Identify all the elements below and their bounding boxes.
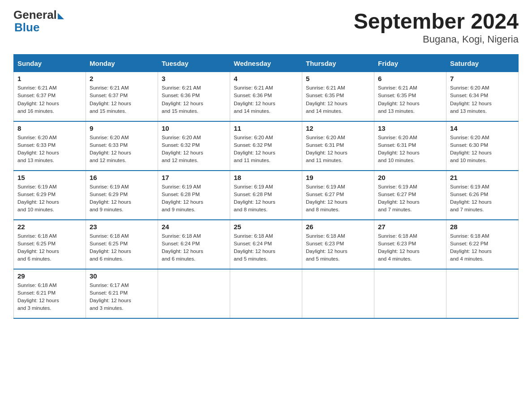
- table-row: 19Sunrise: 6:19 AMSunset: 6:27 PMDayligh…: [302, 171, 374, 220]
- day-info: Sunrise: 6:19 AMSunset: 6:26 PMDaylight:…: [450, 183, 515, 214]
- table-row: 12Sunrise: 6:20 AMSunset: 6:31 PMDayligh…: [302, 121, 374, 171]
- day-info: Sunrise: 6:18 AMSunset: 6:23 PMDaylight:…: [378, 232, 442, 263]
- day-info: Sunrise: 6:21 AMSunset: 6:37 PMDaylight:…: [90, 84, 154, 115]
- day-number: 24: [162, 223, 226, 231]
- calendar-week-row: 15Sunrise: 6:19 AMSunset: 6:29 PMDayligh…: [14, 171, 519, 220]
- table-row: [374, 269, 446, 318]
- day-number: 13: [378, 124, 442, 132]
- day-number: 27: [378, 223, 442, 231]
- logo-blue: Blue: [14, 21, 64, 34]
- day-number: 14: [450, 124, 515, 132]
- day-info: Sunrise: 6:21 AMSunset: 6:36 PMDaylight:…: [162, 84, 226, 115]
- day-info: Sunrise: 6:18 AMSunset: 6:25 PMDaylight:…: [90, 232, 154, 263]
- table-row: 26Sunrise: 6:18 AMSunset: 6:23 PMDayligh…: [302, 220, 374, 269]
- day-info: Sunrise: 6:21 AMSunset: 6:35 PMDaylight:…: [306, 84, 370, 115]
- day-info: Sunrise: 6:20 AMSunset: 6:33 PMDaylight:…: [17, 134, 82, 165]
- table-row: 23Sunrise: 6:18 AMSunset: 6:25 PMDayligh…: [86, 220, 158, 269]
- day-number: 23: [90, 223, 154, 231]
- day-number: 9: [90, 124, 154, 132]
- page-header: General Blue September 2024 Bugana, Kogi…: [13, 9, 519, 45]
- day-info: Sunrise: 6:20 AMSunset: 6:34 PMDaylight:…: [450, 84, 515, 115]
- day-number: 21: [450, 174, 515, 181]
- day-number: 25: [234, 223, 298, 231]
- table-row: 25Sunrise: 6:18 AMSunset: 6:24 PMDayligh…: [230, 220, 302, 269]
- day-number: 19: [306, 174, 370, 181]
- day-info: Sunrise: 6:18 AMSunset: 6:21 PMDaylight:…: [17, 282, 82, 313]
- table-row: [230, 269, 302, 318]
- day-number: 22: [17, 223, 82, 231]
- day-info: Sunrise: 6:18 AMSunset: 6:25 PMDaylight:…: [17, 232, 82, 263]
- table-row: 29Sunrise: 6:18 AMSunset: 6:21 PMDayligh…: [14, 269, 86, 318]
- day-info: Sunrise: 6:19 AMSunset: 6:29 PMDaylight:…: [90, 183, 154, 214]
- calendar-table: Sunday Monday Tuesday Wednesday Thursday…: [13, 54, 519, 319]
- table-row: [302, 269, 374, 318]
- col-thursday: Thursday: [302, 55, 374, 72]
- table-row: 6Sunrise: 6:21 AMSunset: 6:35 PMDaylight…: [374, 72, 446, 121]
- day-number: 18: [234, 174, 298, 181]
- day-number: 1: [17, 75, 82, 82]
- col-saturday: Saturday: [446, 55, 519, 72]
- day-number: 12: [306, 124, 370, 132]
- table-row: 18Sunrise: 6:19 AMSunset: 6:28 PMDayligh…: [230, 171, 302, 220]
- table-row: 9Sunrise: 6:20 AMSunset: 6:33 PMDaylight…: [86, 121, 158, 171]
- day-info: Sunrise: 6:18 AMSunset: 6:24 PMDaylight:…: [234, 232, 298, 263]
- day-number: 28: [450, 223, 515, 231]
- table-row: 3Sunrise: 6:21 AMSunset: 6:36 PMDaylight…: [158, 72, 230, 121]
- table-row: 21Sunrise: 6:19 AMSunset: 6:26 PMDayligh…: [446, 171, 519, 220]
- table-row: 16Sunrise: 6:19 AMSunset: 6:29 PMDayligh…: [86, 171, 158, 220]
- day-number: 20: [378, 174, 442, 181]
- table-row: 5Sunrise: 6:21 AMSunset: 6:35 PMDaylight…: [302, 72, 374, 121]
- day-info: Sunrise: 6:20 AMSunset: 6:33 PMDaylight:…: [90, 134, 154, 165]
- day-number: 17: [162, 174, 226, 181]
- title-block: September 2024 Bugana, Kogi, Nigeria: [354, 9, 519, 45]
- table-row: 4Sunrise: 6:21 AMSunset: 6:36 PMDaylight…: [230, 72, 302, 121]
- day-info: Sunrise: 6:20 AMSunset: 6:32 PMDaylight:…: [162, 134, 226, 165]
- calendar-week-row: 29Sunrise: 6:18 AMSunset: 6:21 PMDayligh…: [14, 269, 519, 318]
- day-info: Sunrise: 6:21 AMSunset: 6:37 PMDaylight:…: [17, 84, 82, 115]
- day-number: 11: [234, 124, 298, 132]
- day-info: Sunrise: 6:20 AMSunset: 6:31 PMDaylight:…: [306, 134, 370, 165]
- calendar-week-row: 1Sunrise: 6:21 AMSunset: 6:37 PMDaylight…: [14, 72, 519, 121]
- table-row: 11Sunrise: 6:20 AMSunset: 6:32 PMDayligh…: [230, 121, 302, 171]
- day-info: Sunrise: 6:21 AMSunset: 6:35 PMDaylight:…: [378, 84, 442, 115]
- table-row: 28Sunrise: 6:18 AMSunset: 6:22 PMDayligh…: [446, 220, 519, 269]
- table-row: [446, 269, 519, 318]
- day-info: Sunrise: 6:18 AMSunset: 6:23 PMDaylight:…: [306, 232, 370, 263]
- day-info: Sunrise: 6:19 AMSunset: 6:27 PMDaylight:…: [378, 183, 442, 214]
- day-info: Sunrise: 6:18 AMSunset: 6:24 PMDaylight:…: [162, 232, 226, 263]
- day-info: Sunrise: 6:19 AMSunset: 6:28 PMDaylight:…: [234, 183, 298, 214]
- col-friday: Friday: [374, 55, 446, 72]
- table-row: 24Sunrise: 6:18 AMSunset: 6:24 PMDayligh…: [158, 220, 230, 269]
- day-number: 29: [17, 272, 82, 280]
- logo: General Blue: [13, 9, 64, 34]
- day-number: 4: [234, 75, 298, 82]
- day-info: Sunrise: 6:18 AMSunset: 6:22 PMDaylight:…: [450, 232, 515, 263]
- table-row: [158, 269, 230, 318]
- day-info: Sunrise: 6:19 AMSunset: 6:29 PMDaylight:…: [17, 183, 82, 214]
- day-number: 15: [17, 174, 82, 181]
- table-row: 8Sunrise: 6:20 AMSunset: 6:33 PMDaylight…: [14, 121, 86, 171]
- day-info: Sunrise: 6:20 AMSunset: 6:31 PMDaylight:…: [378, 134, 442, 165]
- table-row: 20Sunrise: 6:19 AMSunset: 6:27 PMDayligh…: [374, 171, 446, 220]
- day-number: 2: [90, 75, 154, 82]
- day-info: Sunrise: 6:20 AMSunset: 6:30 PMDaylight:…: [450, 134, 515, 165]
- day-info: Sunrise: 6:21 AMSunset: 6:36 PMDaylight:…: [234, 84, 298, 115]
- table-row: 2Sunrise: 6:21 AMSunset: 6:37 PMDaylight…: [86, 72, 158, 121]
- calendar-title: September 2024: [354, 9, 519, 34]
- table-row: 22Sunrise: 6:18 AMSunset: 6:25 PMDayligh…: [14, 220, 86, 269]
- table-row: 10Sunrise: 6:20 AMSunset: 6:32 PMDayligh…: [158, 121, 230, 171]
- table-row: 27Sunrise: 6:18 AMSunset: 6:23 PMDayligh…: [374, 220, 446, 269]
- day-info: Sunrise: 6:20 AMSunset: 6:32 PMDaylight:…: [234, 134, 298, 165]
- day-number: 26: [306, 223, 370, 231]
- col-tuesday: Tuesday: [158, 55, 230, 72]
- day-info: Sunrise: 6:19 AMSunset: 6:27 PMDaylight:…: [306, 183, 370, 214]
- table-row: 30Sunrise: 6:17 AMSunset: 6:21 PMDayligh…: [86, 269, 158, 318]
- calendar-week-row: 8Sunrise: 6:20 AMSunset: 6:33 PMDaylight…: [14, 121, 519, 171]
- day-number: 30: [90, 272, 154, 280]
- table-row: 17Sunrise: 6:19 AMSunset: 6:28 PMDayligh…: [158, 171, 230, 220]
- calendar-subtitle: Bugana, Kogi, Nigeria: [354, 34, 519, 45]
- day-number: 7: [450, 75, 515, 82]
- day-number: 10: [162, 124, 226, 132]
- table-row: 15Sunrise: 6:19 AMSunset: 6:29 PMDayligh…: [14, 171, 86, 220]
- logo-general: General: [13, 9, 64, 21]
